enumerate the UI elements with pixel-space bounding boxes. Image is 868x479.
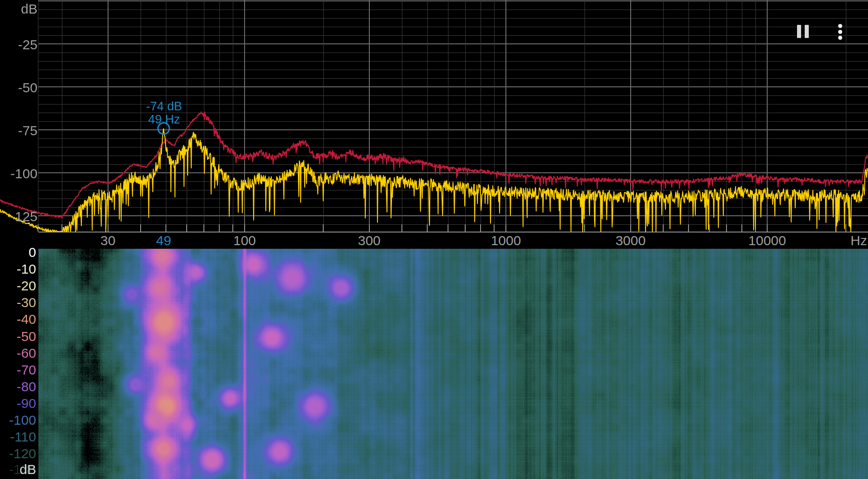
pause-icon: [797, 25, 801, 38]
x-axis-tick-label: 300: [358, 234, 381, 247]
y-axis-unit-label: dB: [21, 2, 38, 16]
pause-icon: [805, 25, 809, 38]
marker-level-label: -74 dB: [146, 100, 182, 113]
colorbar-tick-label: 0: [28, 246, 36, 259]
colorbar-tick-label: -60: [17, 346, 36, 360]
marker-frequency-tick-label: 49: [156, 234, 171, 247]
spectrum-plot-canvas[interactable]: [0, 0, 868, 232]
overflow-menu-button[interactable]: [831, 21, 850, 43]
marker-circle-icon[interactable]: [157, 122, 170, 135]
x-axis-tick-label: 100: [233, 234, 256, 247]
x-axis-tick-label: 1000: [491, 234, 521, 247]
colorbar-tick-label: -40: [17, 313, 36, 326]
y-axis-tick-label: -50: [18, 81, 38, 95]
y-axis-tick-label: -75: [18, 124, 38, 138]
app-screen: dB -25-50-75-100-125 3010030010003000100…: [0, 0, 868, 479]
spectrogram-unit-label: dB: [19, 463, 36, 476]
colorbar-tick-label: -100: [9, 413, 36, 427]
y-axis-tick-label: -100: [10, 167, 38, 180]
y-axis-tick-label: -25: [18, 38, 38, 52]
colorbar-tick-label: -120: [9, 447, 36, 460]
spectrogram-canvas[interactable]: [38, 249, 868, 479]
colorbar-tick-label: -90: [17, 397, 36, 410]
x-axis-tick-label: 30: [100, 234, 115, 247]
colorbar-tick-label: -110: [10, 430, 36, 444]
y-axis-tick-label: -125: [10, 210, 38, 223]
colorbar-tick-label: -10: [17, 262, 36, 276]
pause-button[interactable]: [792, 21, 814, 43]
colorbar-tick-label: -30: [17, 296, 36, 309]
x-axis-tick-label: 3000: [615, 234, 646, 247]
colorbar-tick-label: -70: [17, 363, 36, 377]
kebab-menu-icon: [838, 36, 842, 40]
colorbar-tick-label: -50: [17, 330, 36, 343]
kebab-menu-icon: [838, 30, 842, 34]
colorbar-tick-label: -80: [17, 380, 36, 394]
x-axis-unit-label: Hz: [850, 234, 867, 247]
x-axis-tick-label: 10000: [748, 234, 786, 247]
colorbar-tick-label: -20: [17, 279, 36, 293]
kebab-menu-icon: [838, 24, 842, 28]
